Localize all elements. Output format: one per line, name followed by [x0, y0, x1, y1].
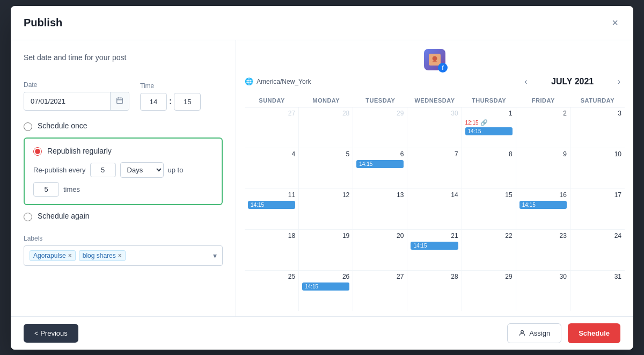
cal-cell-8[interactable]: 8 — [462, 148, 516, 189]
cal-cell-6[interactable]: 6 14:15 — [353, 148, 407, 189]
labels-input-wrapper[interactable]: Agorapulse × blog shares × ▾ — [24, 245, 223, 266]
schedule-once-option[interactable]: Schedule once — [24, 121, 223, 131]
cal-cell-30[interactable]: 30 — [516, 271, 570, 311]
cal-cell-12[interactable]: 12 — [299, 189, 353, 229]
modal-overlay: Publish × Set date and time for your pos… — [0, 0, 644, 355]
schedule-once-label: Schedule once — [38, 121, 87, 130]
republish-every-input[interactable] — [90, 163, 116, 177]
cal-cell-30-prev[interactable]: 30 — [407, 107, 462, 148]
republish-times-input[interactable] — [33, 182, 59, 197]
facebook-overlay-icon: f — [438, 63, 448, 73]
close-button[interactable]: × — [610, 15, 620, 31]
assign-button[interactable]: Assign — [507, 323, 561, 343]
label-tag-blog-shares-remove[interactable]: × — [118, 252, 122, 259]
time-hour-input[interactable] — [140, 93, 167, 111]
label-tag-blog-shares: blog shares × — [79, 250, 126, 261]
radio-options: Schedule once Republish regularly Re-pub… — [24, 121, 223, 221]
prev-month-button[interactable]: ‹ — [520, 75, 531, 89]
previous-button[interactable]: < Previous — [24, 324, 78, 343]
republish-header: Republish regularly — [33, 146, 213, 156]
event-pill-16-1415: 14:15 — [519, 201, 567, 209]
time-minute-input[interactable] — [174, 93, 201, 111]
labels-dropdown-button[interactable]: ▾ — [213, 251, 217, 260]
right-panel: f 🌐 America/New_York ‹ JULY 2021 › — [236, 40, 633, 316]
cal-cell-27[interactable]: 27 — [353, 271, 407, 311]
schedule-once-radio[interactable] — [24, 122, 32, 131]
cal-cell-10[interactable]: 10 — [570, 148, 625, 189]
cal-cell-28-prev[interactable]: 28 — [299, 107, 353, 148]
republish-upto-label: up to — [168, 166, 184, 174]
cal-cell-29-prev[interactable]: 29 — [353, 107, 407, 148]
calendar-icon-button[interactable] — [110, 92, 129, 110]
cal-header-thursday: THURSDAY — [462, 94, 516, 107]
event-pill-26-1415: 14:15 — [302, 282, 349, 291]
social-icon: f — [424, 49, 445, 70]
republish-unit-select[interactable]: Days Weeks Months — [120, 162, 164, 178]
cal-cell-7[interactable]: 7 — [407, 148, 462, 189]
cal-cell-1[interactable]: 1 12:15 🔗 14:15 — [462, 107, 516, 148]
cal-cell-2[interactable]: 2 — [516, 107, 570, 148]
cal-cell-22[interactable]: 22 — [462, 230, 516, 270]
cal-cell-13[interactable]: 13 — [353, 189, 407, 229]
schedule-again-label: Schedule again — [38, 212, 90, 220]
link-icon: 🔗 — [480, 119, 488, 126]
labels-section: Labels Agorapulse × blog shares × ▾ — [24, 234, 223, 266]
modal-header: Publish × — [11, 6, 633, 40]
cal-cell-20[interactable]: 20 — [353, 230, 407, 270]
timezone-text: America/New_York — [257, 78, 311, 85]
cal-header-wednesday: WEDNESDAY — [407, 94, 462, 107]
cal-header-monday: MONDAY — [299, 94, 353, 107]
cal-cell-17[interactable]: 17 — [570, 189, 625, 229]
cal-cell-15[interactable]: 15 — [462, 189, 516, 229]
cal-cell-25[interactable]: 25 — [245, 271, 299, 311]
time-label: Time — [140, 82, 201, 90]
cal-cell-9[interactable]: 9 — [516, 148, 570, 189]
cal-cell-11[interactable]: 11 14:15 — [245, 189, 299, 229]
cal-header-sunday: SUNDAY — [245, 94, 299, 107]
globe-icon: 🌐 — [245, 77, 253, 85]
cal-cell-31[interactable]: 31 — [570, 271, 625, 311]
label-tag-agorapulse: Agorapulse × — [30, 250, 76, 261]
person-icon — [518, 329, 526, 337]
label-tag-agorapulse-remove[interactable]: × — [68, 252, 72, 259]
time-field-group: Time : — [140, 82, 201, 111]
section-subtitle: Set date and time for your post — [24, 53, 223, 62]
publish-modal: Publish × Set date and time for your pos… — [11, 6, 633, 350]
cal-cell-28[interactable]: 28 — [407, 271, 462, 311]
svg-rect-0 — [117, 98, 123, 104]
cal-cell-27-prev[interactable]: 27 — [245, 107, 299, 148]
time-colon: : — [169, 97, 172, 106]
cal-cell-26[interactable]: 26 14:15 — [299, 271, 353, 311]
cal-cell-14[interactable]: 14 — [407, 189, 462, 229]
cal-week-5: 25 26 14:15 27 28 29 30 31 — [245, 271, 625, 311]
cal-cell-21[interactable]: 21 14:15 — [407, 230, 462, 270]
cal-cell-16[interactable]: 16 14:15 — [516, 189, 570, 229]
date-input[interactable] — [24, 93, 110, 110]
cal-cell-19[interactable]: 19 — [299, 230, 353, 270]
labels-label: Labels — [24, 235, 42, 242]
next-month-button[interactable]: › — [613, 75, 625, 89]
cal-cell-5[interactable]: 5 — [299, 148, 353, 189]
cal-header-row: SUNDAY MONDAY TUESDAY WEDNESDAY THURSDAY… — [245, 94, 625, 107]
social-icon-wrapper: f — [245, 49, 625, 70]
cal-cell-24[interactable]: 24 — [570, 230, 625, 270]
cal-cell-18[interactable]: 18 — [245, 230, 299, 270]
cal-header-saturday: SATURDAY — [570, 94, 625, 107]
cal-cell-23[interactable]: 23 — [516, 230, 570, 270]
left-panel: Set date and time for your post Date — [11, 40, 236, 316]
event-pill-11-1415: 14:15 — [248, 201, 295, 209]
schedule-again-radio[interactable] — [24, 213, 32, 221]
schedule-again-option[interactable]: Schedule again — [24, 212, 223, 221]
month-nav: ‹ JULY 2021 › — [520, 75, 625, 89]
cal-cell-3[interactable]: 3 — [570, 107, 625, 148]
schedule-button[interactable]: Schedule — [568, 323, 620, 343]
cal-cell-4[interactable]: 4 — [245, 148, 299, 189]
month-title: JULY 2021 — [540, 77, 605, 86]
republish-regularly-radio[interactable] — [33, 147, 42, 156]
cal-body: 27 28 29 30 1 12:15 🔗 14:15 — [245, 107, 625, 311]
republish-every-label: Re-publish every — [33, 166, 86, 174]
assign-label: Assign — [529, 329, 550, 337]
timezone-label: 🌐 America/New_York — [245, 77, 311, 85]
event-pill-6-1415: 14:15 — [356, 160, 404, 168]
cal-cell-29[interactable]: 29 — [462, 271, 516, 311]
